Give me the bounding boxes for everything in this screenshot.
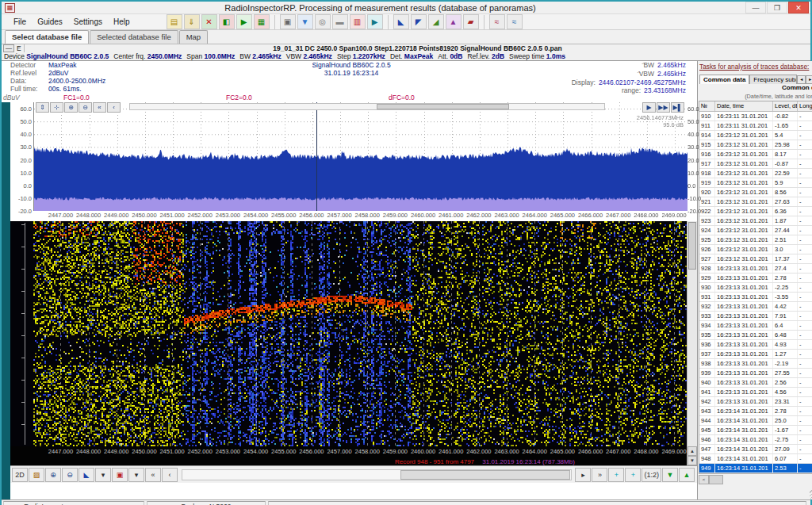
- task-level-chart-icon[interactable]: ◢: [428, 14, 444, 29]
- view-2d-icon[interactable]: 2D: [12, 468, 28, 482]
- table-row[interactable]: 92116:23:12 31.01.20127.63-: [699, 197, 812, 207]
- table-row[interactable]: 93416:23:13 31.01.2016.4-: [699, 321, 812, 331]
- pan-left-icon[interactable]: +: [608, 468, 624, 482]
- table-row[interactable]: 94916:23:14 31.01.2012.53-: [699, 464, 812, 473]
- table-row[interactable]: 93316:23:13 31.01.2017.91-: [699, 312, 812, 321]
- table-row[interactable]: 91016:23:11 31.01.201-0.82-: [699, 112, 812, 121]
- table-row[interactable]: 91416:23:12 31.01.2015.4-: [699, 131, 812, 140]
- step-forward-icon[interactable]: ▸: [575, 468, 591, 482]
- table-row[interactable]: 93616:23:13 31.01.2014.93-: [699, 340, 812, 350]
- page-back-icon[interactable]: «: [145, 468, 161, 482]
- waterfall-canvas[interactable]: [10, 221, 687, 446]
- scroll-up-icon[interactable]: ▲: [688, 446, 697, 456]
- minimize-button[interactable]: —: [745, 2, 766, 13]
- tab-select-database-file[interactable]: Select database file: [5, 30, 89, 44]
- step-back-icon[interactable]: ‹: [107, 102, 121, 113]
- table-row[interactable]: 94616:23:14 31.01.201-2.75-: [699, 435, 812, 445]
- table-row[interactable]: 92816:23:13 31.01.20127.4-: [699, 264, 812, 274]
- table-row[interactable]: 94816:23:14 31.01.2016.07-: [699, 454, 812, 464]
- table-row[interactable]: 93816:23:13 31.01.201-2.19-: [699, 359, 812, 369]
- table-row[interactable]: 93516:23:13 31.01.2016.48-: [699, 331, 812, 340]
- waterfall-scroll-thumb[interactable]: [688, 222, 696, 270]
- column-header[interactable]: Date, time: [715, 101, 773, 111]
- waterfall-hscrollbar[interactable]: [182, 469, 572, 480]
- display-mode-icon[interactable]: ▬: [332, 14, 348, 29]
- zoom-in-icon[interactable]: ⊕: [64, 102, 78, 113]
- player-icon[interactable]: ▶: [367, 14, 383, 29]
- tabs-scroll-right-icon[interactable]: ▸: [806, 75, 812, 84]
- table-row[interactable]: 94116:23:13 31.01.2014.56-: [699, 388, 812, 397]
- table-row[interactable]: 91616:23:12 31.01.2018.17-: [699, 150, 812, 159]
- table-row[interactable]: 92916:23:13 31.01.2012.78-: [699, 274, 812, 283]
- table-row[interactable]: 92016:23:12 31.01.2018.56-: [699, 188, 812, 197]
- spectrum-scroll-thumb[interactable]: [377, 104, 509, 109]
- maximize-button[interactable]: ❐: [767, 2, 787, 13]
- close-button[interactable]: ✕: [788, 2, 809, 13]
- report-chart-icon[interactable]: ≈: [489, 14, 505, 29]
- move-down-icon[interactable]: ▼: [662, 468, 678, 482]
- step-forward-icon[interactable]: ▶: [642, 102, 656, 113]
- save-dropdown-icon[interactable]: ▾: [128, 468, 144, 482]
- convert-file-icon[interactable]: ◧: [219, 14, 235, 29]
- go-end-icon[interactable]: ▶▌: [671, 102, 684, 113]
- column-header[interactable]: Longit: [798, 101, 812, 111]
- column-header[interactable]: Level, dB: [773, 101, 798, 111]
- column-header[interactable]: №: [699, 101, 715, 111]
- table-row[interactable]: 91716:23:12 31.01.201-0.87-: [699, 159, 812, 169]
- scroll-down-icon[interactable]: ▼: [688, 456, 697, 465]
- import-file-icon[interactable]: ⇓: [184, 14, 200, 29]
- table-row[interactable]: 94316:23:14 31.01.2012.78-: [699, 407, 812, 416]
- waterfall-hscroll-thumb[interactable]: [400, 470, 571, 480]
- table-row[interactable]: 93116:23:13 31.01.201-3.55-: [699, 293, 812, 302]
- chart-dropdown-icon[interactable]: ▾: [95, 468, 111, 482]
- open-file-icon[interactable]: ▤: [167, 14, 182, 29]
- task-spectrum-table-icon[interactable]: ◤: [411, 14, 427, 29]
- tab-selected-database-file[interactable]: Selected database file: [90, 30, 178, 44]
- left-splitter[interactable]: [2, 102, 10, 499]
- spectrum-canvas[interactable]: [34, 102, 688, 211]
- table-row[interactable]: 94516:23:14 31.01.201-1.67-: [699, 426, 812, 435]
- tab-map[interactable]: Map: [179, 30, 208, 44]
- fit-vertical-icon[interactable]: ⇕: [36, 102, 49, 113]
- filter-icon[interactable]: ▼: [297, 14, 313, 29]
- tab-frequency-subranges[interactable]: Frequency subr: [749, 75, 797, 84]
- start-analysis-icon[interactable]: ▶: [236, 14, 252, 29]
- table-row[interactable]: 94016:23:13 31.01.2012.56-: [699, 378, 812, 388]
- task-spectrum-mask-icon[interactable]: ◣: [393, 14, 409, 29]
- table-row[interactable]: 91916:23:12 31.01.2015.9-: [699, 178, 812, 188]
- search-records-icon[interactable]: ◎: [315, 14, 331, 29]
- save-view-icon[interactable]: ▣: [112, 468, 128, 482]
- tasks-panel-title[interactable]: Tasks for analysis of traces database:: [698, 61, 812, 71]
- save-database-icon[interactable]: ▦: [254, 14, 270, 29]
- table-row[interactable]: 94416:23:14 31.01.20125.0-: [699, 416, 812, 426]
- table-row[interactable]: 92616:23:12 31.01.2013.0-: [699, 245, 812, 254]
- tab-common-data[interactable]: Common data: [699, 75, 749, 84]
- table-row[interactable]: 94716:23:14 31.01.20127.09-: [699, 445, 812, 454]
- zoom-in-icon[interactable]: ⊕: [45, 468, 61, 482]
- waterfall-scrollbar[interactable]: ▲ ▼: [687, 221, 697, 465]
- histogram-icon[interactable]: ▥: [350, 14, 366, 29]
- table-row[interactable]: 92316:23:12 31.01.2011.87-: [699, 216, 812, 226]
- palette-icon[interactable]: ▨: [29, 468, 44, 482]
- page-back-icon[interactable]: «: [93, 102, 106, 113]
- table-row[interactable]: 94216:23:13 31.01.20123.31-: [699, 397, 812, 407]
- table-row[interactable]: 93716:23:13 31.01.2011.27-: [699, 350, 812, 359]
- zoom-out-icon[interactable]: ⊖: [79, 102, 92, 113]
- report-lines-icon[interactable]: ≈: [507, 14, 523, 29]
- table-row[interactable]: 93016:23:13 31.01.201-2.25-: [699, 283, 812, 293]
- move-up-icon[interactable]: ▲: [679, 468, 695, 482]
- table-hscroll-thumb[interactable]: [709, 475, 723, 484]
- menu-help[interactable]: Help: [108, 15, 136, 29]
- table-scroll-left-icon[interactable]: <: [699, 475, 709, 484]
- table-row[interactable]: 91116:23:11 31.01.201-1.65-: [699, 121, 812, 131]
- zoom-out-icon[interactable]: ⊖: [62, 468, 78, 482]
- pan-right-icon[interactable]: +: [625, 468, 641, 482]
- step-back-icon[interactable]: ‹: [162, 468, 178, 482]
- menu-guides[interactable]: Guides: [32, 15, 68, 29]
- table-row[interactable]: 92216:23:12 31.01.2016.36-: [699, 207, 812, 216]
- table-row[interactable]: 93916:23:13 31.01.20127.55-: [699, 369, 812, 378]
- table-row[interactable]: 92516:23:12 31.01.2012.51-: [699, 235, 812, 245]
- delete-file-icon[interactable]: ✕: [201, 14, 217, 29]
- 3d-view-icon[interactable]: ▣: [280, 14, 296, 29]
- task-occupancy-icon[interactable]: ▲: [446, 14, 462, 29]
